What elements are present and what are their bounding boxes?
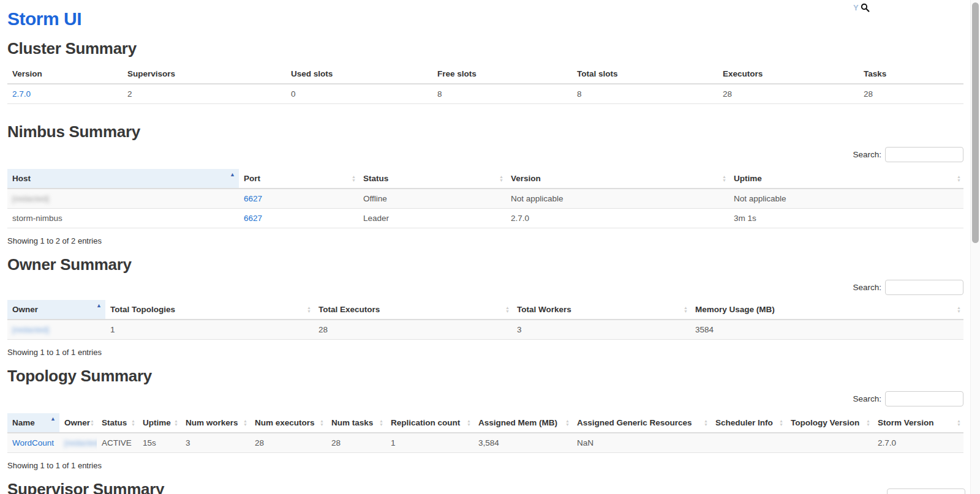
owner-summary-table: Owner ▲ Total Topologies ▲▼ Total Execut… xyxy=(7,300,963,340)
cluster-supervisors-value: 2 xyxy=(123,84,286,104)
column-label: Uptime xyxy=(143,418,171,427)
page-title[interactable]: Storm UI xyxy=(7,9,963,29)
sort-icon: ▲▼ xyxy=(957,306,961,313)
topology-col-owner[interactable]: Owner ▲▼ xyxy=(59,413,97,433)
nimbus-summary-heading: Nimbus Summary xyxy=(7,122,963,141)
sort-icon: ▲▼ xyxy=(704,419,708,427)
cluster-total-slots-value: 8 xyxy=(572,84,718,104)
nimbus-port-link[interactable]: 6627 xyxy=(244,194,262,203)
column-label: Total Topologies xyxy=(110,305,175,314)
topology-col-num-executors[interactable]: Num executors ▲▼ xyxy=(250,413,326,433)
cluster-tasks-value: 28 xyxy=(859,84,963,104)
supervisor-search-input[interactable] xyxy=(887,488,965,494)
cluster-summary-heading: Cluster Summary xyxy=(7,39,963,58)
redacted-owner-value: [redacted] xyxy=(12,325,49,334)
topology-assigned-mem-value: 3,584 xyxy=(473,433,572,453)
cluster-col-used-slots: Used slots xyxy=(286,64,432,84)
topology-col-topology-version[interactable]: Topology Version ▲▼ xyxy=(786,413,873,433)
column-label: Num executors xyxy=(255,418,315,427)
nimbus-summary-table: Host ▲ Port ▲▼ Status ▲▼ Version ▲▼ xyxy=(7,169,963,228)
column-label: Num workers xyxy=(186,418,238,427)
nimbus-col-port[interactable]: Port ▲▼ xyxy=(239,169,358,189)
column-label: Storm Version xyxy=(878,418,934,427)
topology-col-storm-version[interactable]: Storm Version ▲▼ xyxy=(873,413,963,433)
sort-icon: ▲▼ xyxy=(174,419,178,427)
topology-col-assigned-mem[interactable]: Assigned Mem (MB) ▲▼ xyxy=(473,413,572,433)
topology-col-num-tasks[interactable]: Num tasks ▲▼ xyxy=(326,413,386,433)
nimbus-version-value: Not applicable xyxy=(506,189,729,209)
owner-summary-heading: Owner Summary xyxy=(7,255,963,274)
column-label: Owner xyxy=(64,418,90,427)
topology-col-replication-count[interactable]: Replication count ▲▼ xyxy=(386,413,473,433)
sort-icon: ▲▼ xyxy=(565,419,570,427)
topology-assigned-generic-resources-value: NaN xyxy=(572,433,710,453)
search-icon[interactable] xyxy=(861,3,870,12)
nimbus-entries-footer: Showing 1 to 2 of 2 entries xyxy=(7,236,963,245)
sort-icon: ▲▼ xyxy=(722,175,726,182)
nimbus-row: storm-nimbus 6627 Leader 2.7.0 3m 1s xyxy=(7,209,963,228)
column-label: Port xyxy=(244,174,260,183)
topology-row: WordCount [redacted] ACTIVE 15s 3 28 28 … xyxy=(7,433,963,453)
topology-col-num-workers[interactable]: Num workers ▲▼ xyxy=(181,413,250,433)
cluster-free-slots-value: 8 xyxy=(432,84,572,104)
sort-icon: ▲▼ xyxy=(684,306,688,313)
sort-icon: ▲▼ xyxy=(352,175,356,182)
owner-col-total-executors[interactable]: Total Executors ▲▼ xyxy=(314,300,512,320)
sort-icon: ▲▼ xyxy=(467,419,471,427)
column-label: Total Executors xyxy=(318,305,380,314)
cluster-used-slots-value: 0 xyxy=(286,84,432,104)
topology-search-row: Search: xyxy=(7,391,963,406)
sort-icon: ▲▼ xyxy=(243,419,247,427)
filter-y-icon[interactable]: Y xyxy=(853,3,859,12)
owner-col-total-topologies[interactable]: Total Topologies ▲▼ xyxy=(105,300,314,320)
column-label: Topology Version xyxy=(791,418,859,427)
cluster-version-link[interactable]: 2.7.0 xyxy=(12,89,31,99)
topology-replication-count-value: 1 xyxy=(386,433,473,453)
cluster-col-total-slots: Total slots xyxy=(572,64,718,84)
nimbus-col-host[interactable]: Host ▲ xyxy=(7,169,239,189)
nimbus-col-status[interactable]: Status ▲▼ xyxy=(358,169,506,189)
topology-search-input[interactable] xyxy=(885,391,963,406)
nimbus-port-link[interactable]: 6627 xyxy=(244,214,262,223)
column-label: Memory Usage (MB) xyxy=(695,305,775,314)
topology-col-assigned-generic-resources[interactable]: Assigned Generic Resources ▲▼ xyxy=(572,413,710,433)
topology-uptime-value: 15s xyxy=(138,433,181,453)
topology-col-scheduler-info[interactable]: Scheduler Info ▲▼ xyxy=(710,413,786,433)
owner-col-memory-usage[interactable]: Memory Usage (MB) ▲▼ xyxy=(690,300,963,320)
supervisor-summary-heading: Supervisor Summary xyxy=(7,480,963,494)
column-label: Assigned Mem (MB) xyxy=(478,418,557,427)
sort-icon: ▲▼ xyxy=(90,419,94,427)
topology-num-tasks-value: 28 xyxy=(326,433,386,453)
redacted-owner-value: [redacted] xyxy=(64,438,97,447)
topology-scheduler-info-value xyxy=(710,433,786,453)
topology-entries-footer: Showing 1 to 1 of 1 entries xyxy=(7,461,963,470)
nimbus-header-row: Host ▲ Port ▲▼ Status ▲▼ Version ▲▼ xyxy=(7,169,963,189)
topology-num-workers-value: 3 xyxy=(181,433,250,453)
topology-col-status[interactable]: Status ▲▼ xyxy=(97,413,138,433)
topology-col-uptime[interactable]: Uptime ▲▼ xyxy=(138,413,181,433)
topology-header-row: Name ▲ Owner ▲▼ Status ▲▼ Uptime ▲▼ xyxy=(7,413,963,433)
cluster-col-executors: Executors xyxy=(718,64,859,84)
scrollbar-thumb[interactable] xyxy=(972,2,979,243)
owner-col-owner[interactable]: Owner ▲ xyxy=(7,300,105,320)
owner-total-executors-value: 28 xyxy=(314,320,512,340)
sort-icon: ▲▼ xyxy=(957,175,961,182)
nimbus-version-value: 2.7.0 xyxy=(506,209,729,228)
topology-col-name[interactable]: Name ▲ xyxy=(7,413,59,433)
nimbus-search-input[interactable] xyxy=(885,147,963,162)
owner-search-input[interactable] xyxy=(885,280,963,295)
topology-name-link[interactable]: WordCount xyxy=(12,438,54,447)
cluster-col-supervisors: Supervisors xyxy=(123,64,286,84)
column-label: Status xyxy=(102,418,127,427)
scrollbar-track[interactable] xyxy=(970,0,980,494)
nimbus-col-uptime[interactable]: Uptime ▲▼ xyxy=(729,169,963,189)
sort-icon: ▲▼ xyxy=(131,419,135,427)
owner-col-total-workers[interactable]: Total Workers ▲▼ xyxy=(512,300,690,320)
owner-search-label: Search: xyxy=(853,283,881,292)
nimbus-col-version[interactable]: Version ▲▼ xyxy=(506,169,729,189)
nimbus-host-value: storm-nimbus xyxy=(7,209,239,228)
sort-icon: ▲▼ xyxy=(320,419,324,427)
owner-header-row: Owner ▲ Total Topologies ▲▼ Total Execut… xyxy=(7,300,963,320)
column-label: Owner xyxy=(12,305,38,314)
sort-asc-icon: ▲ xyxy=(96,303,102,309)
